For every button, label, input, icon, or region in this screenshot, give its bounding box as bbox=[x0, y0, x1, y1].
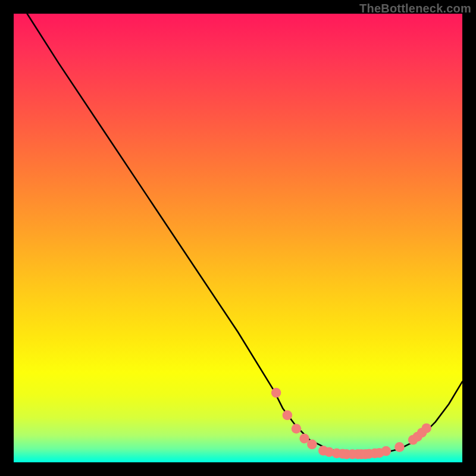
chart-stage: TheBottleneck.com bbox=[0, 0, 476, 476]
curve-markers bbox=[271, 388, 431, 459]
marker-dot bbox=[299, 434, 309, 444]
curve-line bbox=[27, 14, 462, 453]
marker-dot bbox=[394, 442, 405, 452]
marker-dot bbox=[408, 435, 418, 445]
marker-dot bbox=[347, 449, 358, 459]
marker-dot bbox=[412, 432, 422, 442]
marker-dot bbox=[337, 449, 347, 459]
marker-dot bbox=[374, 448, 384, 458]
marker-dot bbox=[283, 411, 293, 421]
marker-dot bbox=[342, 449, 352, 459]
marker-dot bbox=[353, 449, 363, 459]
curve-layer bbox=[14, 14, 462, 462]
marker-dot bbox=[381, 446, 392, 456]
marker-dot bbox=[332, 449, 342, 459]
marker-dot bbox=[417, 428, 427, 438]
marker-dot bbox=[370, 449, 380, 459]
marker-dot bbox=[361, 449, 371, 459]
marker-dot bbox=[292, 424, 302, 434]
marker-dot bbox=[318, 446, 328, 456]
marker-dot bbox=[307, 440, 317, 450]
plot-area bbox=[14, 14, 462, 462]
marker-dot bbox=[271, 388, 281, 398]
marker-dot bbox=[324, 447, 334, 457]
marker-dot bbox=[364, 449, 374, 459]
watermark-text: TheBottleneck.com bbox=[359, 2, 471, 15]
marker-dot bbox=[421, 423, 431, 433]
marker-dot bbox=[356, 449, 367, 459]
